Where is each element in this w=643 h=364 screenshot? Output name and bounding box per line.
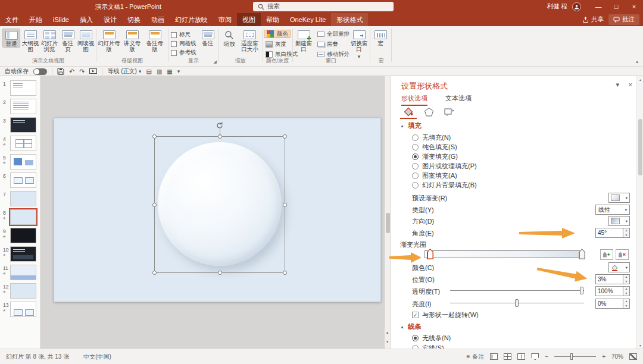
selection-handle-w[interactable]	[152, 203, 157, 207]
slide-thumbnail-3[interactable]: 3	[0, 117, 40, 135]
tab-help[interactable]: 帮助	[261, 13, 285, 26]
slide-editing-surface[interactable]	[54, 118, 381, 302]
tab-shape-format[interactable]: 形状格式	[331, 13, 368, 26]
comments-button[interactable]: 批注	[608, 14, 639, 25]
transparency-slider[interactable]	[450, 286, 584, 295]
tab-design[interactable]: 设计	[98, 13, 122, 26]
gradient-stop-selected[interactable]	[427, 249, 433, 259]
spin-up-icon[interactable]: ▴	[623, 275, 629, 280]
position-value[interactable]: 3%	[595, 274, 623, 284]
slide-thumbnail-10[interactable]: 10 ★	[0, 246, 40, 264]
slide-thumbnail-13[interactable]: 13 ★	[0, 301, 40, 319]
next-slide-button[interactable]: ▾	[385, 338, 390, 346]
pane-options-icon[interactable]: ▾	[616, 81, 619, 89]
fit-slide-to-window-icon[interactable]	[629, 353, 637, 360]
type-dropdown[interactable]: 线性 ▾	[595, 205, 630, 215]
fill-section-header[interactable]: ▲ 填充	[400, 121, 422, 130]
close-button[interactable]: ×	[625, 0, 643, 13]
radio-gradient-fill[interactable]: 渐变填充(G)	[412, 152, 458, 161]
remove-gradient-stop-button[interactable]: ×	[616, 249, 629, 260]
radio-no-line[interactable]: 无线条(N)	[412, 334, 451, 343]
spin-down-icon[interactable]: ▾	[623, 304, 629, 309]
radio-background-fill[interactable]: 幻灯片背景填充(B)	[412, 181, 477, 190]
grid-icon[interactable]: ▦	[167, 68, 172, 76]
angle-spinner[interactable]: 45° ▴▾	[595, 228, 630, 238]
gradient-stops-bar[interactable]	[424, 250, 584, 258]
spin-up-icon[interactable]: ▴	[623, 299, 629, 304]
scroll-up-icon[interactable]: ▴	[637, 77, 643, 81]
tab-home[interactable]: 开始	[24, 13, 48, 26]
gridlines-checkbox[interactable]: 网格线	[171, 40, 196, 48]
spinner-arrows[interactable]: ▴▾	[623, 286, 630, 296]
pane-scrollbar-thumb[interactable]	[638, 119, 642, 175]
slide-thumbnail-11[interactable]: 11 ★	[0, 264, 40, 283]
tab-islide[interactable]: iSlide	[48, 13, 74, 26]
slide-thumbnail-2[interactable]: 2	[0, 98, 40, 117]
normal-view-button[interactable]: 普通	[2, 29, 20, 48]
canv-scrollbar-thumb[interactable]	[386, 213, 390, 233]
notes-toggle-button[interactable]: ≡ 备注	[466, 353, 484, 361]
zoom-percentage[interactable]: 70%	[611, 353, 623, 360]
restore-button[interactable]: □	[607, 0, 625, 13]
radio-solid-line[interactable]: 实线(S)	[412, 344, 444, 349]
normal-view-button[interactable]	[490, 353, 498, 360]
tab-insert[interactable]: 插入	[74, 13, 98, 26]
slide-sorter-view-button[interactable]	[504, 353, 511, 360]
selection-handle-se[interactable]	[283, 271, 287, 275]
transparency-value[interactable]: 100%	[595, 286, 623, 296]
gradient-stop[interactable]	[579, 249, 585, 259]
start-slideshow-icon[interactable]	[89, 68, 97, 75]
slideshow-view-button[interactable]	[531, 353, 539, 360]
brightness-value[interactable]: 0%	[595, 299, 623, 309]
spin-up-icon[interactable]: ▴	[623, 228, 629, 233]
scroll-down-icon[interactable]: ▾	[637, 343, 643, 347]
zoom-slider[interactable]	[554, 356, 596, 357]
zoom-button[interactable]: 缩放	[220, 29, 238, 47]
radio-picture-fill[interactable]: 图片或纹理填充(P)	[412, 162, 477, 171]
selection-handle-e[interactable]	[283, 203, 287, 207]
slide-thumbnail-12[interactable]: 12 ★	[0, 283, 40, 301]
selection-handle-sw[interactable]	[152, 271, 157, 275]
slide-thumbnail-6[interactable]: 6	[0, 172, 40, 190]
pane-close-icon[interactable]: ×	[629, 81, 632, 88]
arrange-all-button[interactable]: 全部重排	[316, 30, 351, 38]
slide-thumbnail-4[interactable]: 4 ★	[0, 135, 40, 153]
language-indicator[interactable]: 中文(中国)	[83, 353, 111, 361]
pane-scrollbar[interactable]: ▴ ▾	[636, 76, 643, 349]
redo-icon[interactable]: ↷	[79, 68, 85, 76]
guides-checkbox[interactable]: 参考线	[171, 49, 196, 57]
selection-handle-s[interactable]	[218, 271, 222, 275]
align-icon[interactable]: ▤	[146, 68, 151, 76]
reading-view-button[interactable]	[517, 353, 525, 360]
slide-thumbnail-1[interactable]: 1	[0, 80, 40, 98]
collapse-ribbon-icon[interactable]: ▴	[636, 59, 638, 64]
zoom-slider-thumb[interactable]	[570, 353, 573, 360]
tab-shape-options[interactable]: 形状选项	[401, 94, 427, 106]
notes-button[interactable]: 备注	[200, 29, 216, 46]
share-button[interactable]: 共享	[578, 13, 608, 26]
radio-no-fill[interactable]: 无填充(N)	[412, 133, 451, 142]
fill-line-icon[interactable]	[400, 105, 417, 119]
zoom-in-icon[interactable]: +	[602, 353, 605, 360]
add-gradient-stop-button[interactable]: +	[600, 249, 613, 260]
canvas-scrollbar[interactable]	[385, 76, 390, 349]
layout-icon[interactable]: ▥	[157, 68, 162, 76]
rotate-with-shape-checkbox[interactable]: ✓ 与形状一起旋转(W)	[412, 310, 479, 319]
selection-handle-ne[interactable]	[283, 134, 287, 139]
angle-value[interactable]: 45°	[595, 228, 623, 238]
tab-file[interactable]: 文件	[0, 13, 24, 26]
slide-thumbnail-9[interactable]: 9 ★	[0, 227, 40, 246]
slider-thumb[interactable]	[580, 287, 583, 294]
reading-view-button[interactable]: 阅读视图	[77, 29, 95, 52]
spin-up-icon[interactable]: ▴	[623, 287, 629, 291]
size-properties-icon[interactable]	[441, 105, 457, 119]
direction-dropdown[interactable]: ▾	[608, 216, 630, 226]
transparency-spinner[interactable]: 100% ▴▾	[595, 286, 630, 296]
ruler-checkbox[interactable]: 标尺	[171, 31, 191, 39]
line-section-header[interactable]: ▲ 线条	[400, 322, 422, 331]
tab-text-options[interactable]: 文本选项	[445, 94, 472, 105]
spinner-arrows[interactable]: ▴▾	[623, 299, 630, 309]
rotation-handle[interactable]	[216, 121, 224, 130]
slider-thumb[interactable]	[515, 299, 519, 307]
new-window-button[interactable]: 新建窗口	[294, 29, 313, 52]
